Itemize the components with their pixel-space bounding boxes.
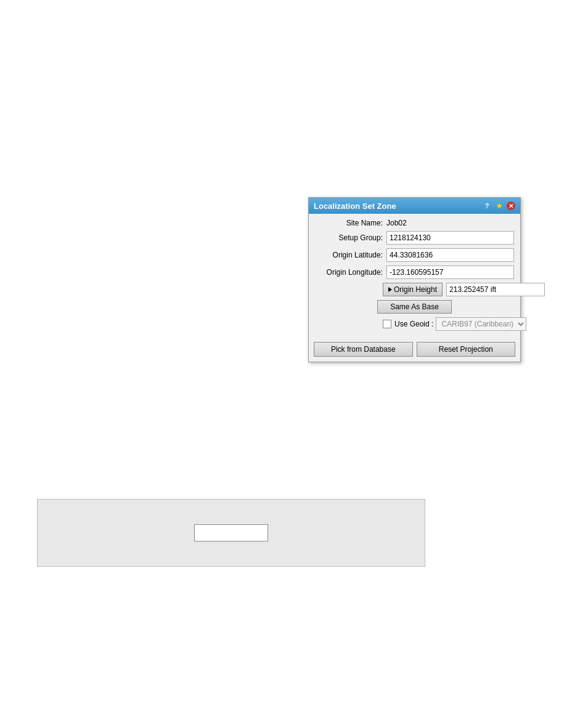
setup-group-label: Setup Group: (315, 233, 383, 242)
dialog-footer: Pick from Database Reset Projection (309, 339, 520, 362)
bottom-box-input[interactable] (194, 524, 268, 542)
origin-lon-label: Origin Longitude: (315, 268, 383, 277)
pick-from-database-button[interactable]: Pick from Database (314, 342, 413, 357)
site-name-value: Job02 (386, 219, 407, 227)
origin-height-input[interactable] (446, 283, 545, 296)
localization-set-zone-dialog: Localization Set Zone ? ★ ✕ Site Name: J… (308, 197, 521, 362)
star-icon[interactable]: ★ (494, 201, 504, 211)
titlebar-icons: ? ★ ✕ (482, 201, 515, 211)
origin-lon-input[interactable] (386, 266, 514, 279)
use-geoid-label: Use Geoid : (394, 320, 433, 328)
setup-group-row: Setup Group: (315, 231, 514, 245)
origin-lat-row: Origin Latitude: (315, 248, 514, 262)
setup-group-input[interactable] (386, 231, 514, 245)
origin-height-row: Origin Height (315, 283, 514, 296)
use-geoid-row: Use Geoid : CARIB97 (Caribbean) (315, 317, 514, 331)
origin-height-button[interactable]: Origin Height (383, 283, 443, 296)
origin-lat-input[interactable] (386, 248, 514, 262)
bottom-box (37, 499, 425, 567)
same-as-base-button[interactable]: Same As Base (377, 300, 452, 314)
dialog-title: Localization Set Zone (314, 201, 482, 211)
geoid-select[interactable]: CARIB97 (Caribbean) (436, 317, 526, 331)
origin-height-label: Origin Height (394, 285, 437, 294)
help-icon[interactable]: ? (482, 201, 492, 211)
origin-lat-label: Origin Latitude: (315, 251, 383, 259)
origin-lon-row: Origin Longitude: (315, 266, 514, 279)
close-icon[interactable]: ✕ (507, 201, 515, 210)
dialog-body: Site Name: Job02 Setup Group: Origin Lat… (309, 214, 520, 339)
reset-projection-button[interactable]: Reset Projection (417, 342, 516, 357)
same-as-base-row: Same As Base (315, 300, 514, 314)
site-name-label: Site Name: (315, 219, 383, 227)
site-name-row: Site Name: Job02 (315, 219, 514, 227)
dialog-titlebar: Localization Set Zone ? ★ ✕ (309, 198, 520, 214)
use-geoid-checkbox[interactable] (383, 320, 391, 328)
origin-height-triangle-icon (388, 287, 392, 292)
